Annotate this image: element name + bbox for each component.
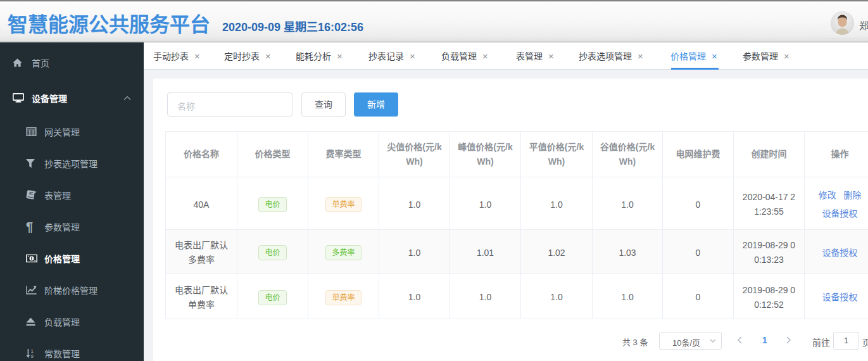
svg-text:1: 1 (31, 349, 34, 354)
svg-text:9: 9 (31, 353, 34, 358)
